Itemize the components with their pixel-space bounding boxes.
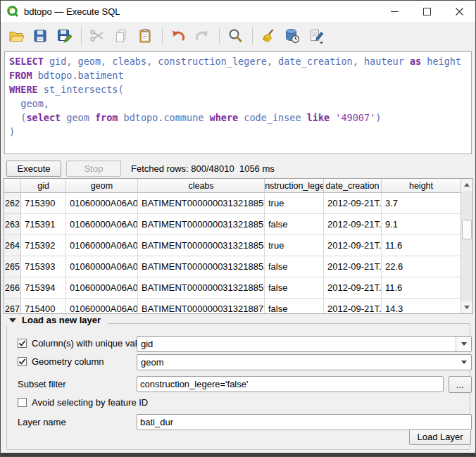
- geometry-column-label: Geometry column: [32, 356, 104, 367]
- cell-geom[interactable]: 01060000A06A0...: [66, 256, 138, 277]
- column-header-cleabs[interactable]: cleabs: [138, 179, 265, 193]
- column-header-gid[interactable]: gid: [21, 179, 66, 193]
- cell-cleabs[interactable]: BATIMENT0000000313218855: [138, 277, 265, 299]
- cell-height[interactable]: 11.6: [382, 277, 461, 299]
- cell-geom[interactable]: 01060000A06A0...: [66, 235, 138, 256]
- cell-construction_legere[interactable]: true: [265, 193, 324, 214]
- avoid-feature-id-checkbox[interactable]: [18, 398, 27, 407]
- close-button[interactable]: [443, 1, 475, 22]
- cell-gid[interactable]: 715400: [21, 299, 66, 314]
- load-as-new-layer-header[interactable]: Load as new layer: [6, 315, 108, 325]
- cell-date_creation[interactable]: 2012-09-21T...: [324, 299, 382, 314]
- stop-button: Stop: [66, 161, 121, 177]
- scrollbar-thumb[interactable]: [462, 220, 472, 239]
- copy-icon: [110, 25, 132, 47]
- redo-icon: [191, 25, 213, 47]
- column-header-date_creation[interactable]: date_creation: [324, 179, 382, 193]
- cell-gid[interactable]: 715393: [21, 256, 66, 277]
- paste-icon[interactable]: [134, 25, 156, 47]
- load-layer-button[interactable]: Load Layer: [409, 429, 471, 445]
- cell-gid[interactable]: 715392: [21, 235, 66, 256]
- titlebar: bdtopo — Execute SQL: [1, 1, 475, 22]
- cell-gid[interactable]: 715390: [21, 193, 66, 214]
- toolbar-separator: [252, 27, 253, 44]
- row-number[interactable]: 263: [4, 214, 21, 235]
- cell-date_creation[interactable]: 2012-09-21T...: [324, 235, 382, 256]
- execute-sql-window: bdtopo — Execute SQL: [0, 0, 476, 457]
- save-icon[interactable]: [29, 25, 51, 47]
- undo-icon[interactable]: [167, 25, 189, 47]
- scroll-down-icon[interactable]: [461, 301, 472, 313]
- geometry-column-checkbox[interactable]: [18, 357, 27, 366]
- cell-construction_legere[interactable]: true: [265, 235, 324, 256]
- unique-values-checkbox[interactable]: [18, 339, 27, 348]
- cell-height[interactable]: 9.1: [382, 214, 461, 235]
- sql-line: WHERE st_intersects(: [9, 82, 467, 96]
- row-number[interactable]: 266: [4, 277, 21, 299]
- column-header-construction_legere[interactable]: construction_legere: [265, 179, 324, 193]
- unique-values-combobox[interactable]: gid: [137, 336, 472, 352]
- result-grid[interactable]: gidgeomcleabsconstruction_legeredate_cre…: [4, 178, 473, 314]
- row-number[interactable]: 264: [4, 235, 21, 256]
- cell-date_creation[interactable]: 2012-09-21T...: [324, 214, 382, 235]
- qgis-logo-icon: [6, 5, 19, 18]
- clear-icon[interactable]: [257, 25, 280, 47]
- layer-name-input[interactable]: [137, 414, 472, 430]
- sql-editor[interactable]: SELECT gid, geom, cleabs, construction_l…: [4, 51, 472, 154]
- cell-geom[interactable]: 01060000A06A0...: [66, 214, 138, 235]
- cell-cleabs[interactable]: BATIMENT0000000313218859: [138, 193, 265, 214]
- table-row: 26271539001060000A06A0...BATIMENT0000000…: [4, 193, 472, 214]
- cell-cleabs[interactable]: BATIMENT0000000313218853: [138, 256, 265, 277]
- cut-icon: [86, 25, 108, 47]
- cell-date_creation[interactable]: 2012-09-21T...: [324, 256, 382, 277]
- save-as-icon[interactable]: [53, 25, 75, 47]
- cell-geom[interactable]: 01060000A06A0...: [66, 193, 138, 214]
- cell-construction_legere[interactable]: false: [265, 256, 324, 277]
- row-number[interactable]: 262: [4, 193, 21, 214]
- row-number[interactable]: 265: [4, 256, 21, 277]
- cell-construction_legere[interactable]: false: [265, 277, 324, 299]
- chevron-down-icon[interactable]: [456, 355, 471, 370]
- cell-height[interactable]: 22.6: [382, 256, 461, 277]
- chevron-down-icon[interactable]: [456, 337, 471, 351]
- cell-construction_legere[interactable]: false: [265, 299, 324, 314]
- subset-filter-browse-button[interactable]: ...: [449, 376, 472, 393]
- cell-cleabs[interactable]: BATIMENT0000000313218857: [138, 214, 265, 235]
- sql-line: (select geom from bdtopo.commune where c…: [9, 111, 467, 125]
- table-row: 26371539101060000A06A0...BATIMENT0000000…: [4, 214, 472, 235]
- column-header-geom[interactable]: geom: [66, 179, 138, 193]
- cell-geom[interactable]: 01060000A06A0...: [66, 277, 138, 299]
- subset-filter-label: Subset filter: [18, 379, 66, 389]
- sql-line: ): [9, 125, 467, 139]
- cell-cleabs[interactable]: BATIMENT0000000313218858: [138, 235, 265, 256]
- table-row: 26571539301060000A06A0...BATIMENT0000000…: [4, 256, 472, 277]
- geometry-column-combobox-value: geom: [141, 357, 164, 368]
- toolbar-separator: [162, 27, 163, 44]
- create-view-icon[interactable]: [305, 25, 327, 47]
- cell-date_creation[interactable]: 2012-09-21T...: [324, 193, 382, 214]
- cell-date_creation[interactable]: 2012-09-21T...: [324, 277, 382, 299]
- geometry-column-combobox[interactable]: geom: [137, 354, 472, 370]
- open-file-icon[interactable]: [5, 25, 27, 47]
- window-bottom-edge: [1, 453, 475, 456]
- cell-gid[interactable]: 715391: [21, 214, 66, 235]
- zoom-icon[interactable]: [224, 25, 246, 47]
- execute-button[interactable]: Execute: [6, 161, 61, 177]
- row-number[interactable]: 267: [4, 299, 21, 314]
- cell-height[interactable]: 3.7: [382, 193, 461, 214]
- scroll-up-icon[interactable]: [461, 179, 472, 191]
- minimize-button[interactable]: [378, 1, 411, 22]
- cell-height[interactable]: 14.3: [382, 299, 461, 314]
- vertical-scrollbar[interactable]: [461, 179, 472, 313]
- table-row: 26471539201060000A06A0...BATIMENT0000000…: [4, 235, 472, 256]
- cell-cleabs[interactable]: BATIMENT0000000313218873: [138, 299, 265, 314]
- subset-filter-input[interactable]: [137, 376, 444, 392]
- cell-height[interactable]: 11.6: [382, 235, 461, 256]
- cell-geom[interactable]: 01060000A06A0...: [66, 299, 138, 314]
- maximize-button[interactable]: [411, 1, 443, 22]
- cell-construction_legere[interactable]: false: [265, 214, 324, 235]
- cell-gid[interactable]: 715394: [21, 277, 66, 299]
- query-history-icon[interactable]: [281, 25, 303, 47]
- row-header-corner[interactable]: [4, 179, 21, 193]
- column-header-height[interactable]: height: [382, 179, 461, 193]
